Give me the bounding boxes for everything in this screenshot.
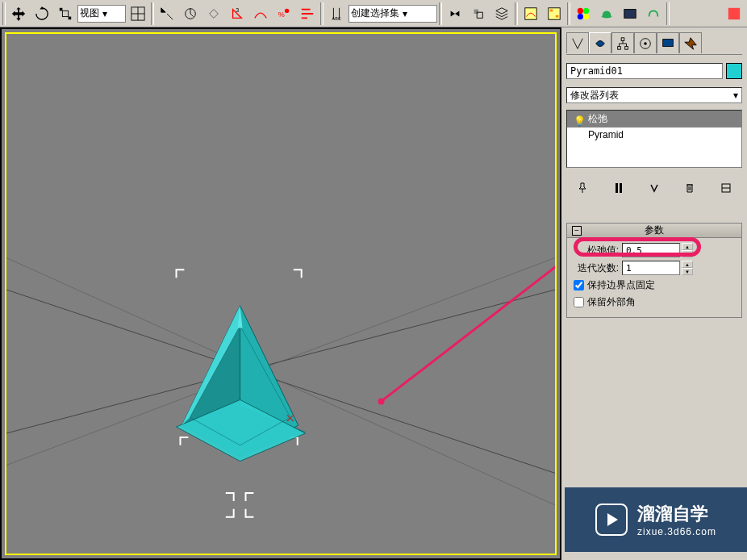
rotate-tool-icon[interactable]: [31, 2, 53, 25]
svg-point-18: [583, 14, 589, 19]
snap-3d-icon[interactable]: [202, 2, 225, 25]
curve-editor-icon[interactable]: [520, 2, 542, 25]
svg-line-34: [382, 250, 555, 402]
iterations-row: 迭代次数: ▲ ▼: [574, 261, 735, 275]
iterations-label: 迭代次数:: [574, 261, 619, 275]
quick-render-icon[interactable]: [642, 2, 665, 25]
divider: [151, 2, 154, 25]
rollout-header[interactable]: − 参数: [567, 224, 741, 238]
render-scene-icon[interactable]: [595, 2, 618, 25]
watermark: 溜溜自学 zixue.3d66.com: [565, 487, 747, 552]
configure-sets-icon[interactable]: [717, 179, 735, 197]
named-selection-sets-icon[interactable]: ABC: [325, 2, 348, 25]
spinner-snap-icon[interactable]: %: [273, 2, 295, 25]
svg-rect-47: [616, 183, 618, 193]
object-name-row: [566, 63, 742, 79]
edit-named-selection-icon[interactable]: [296, 2, 319, 25]
spinner-down-icon[interactable]: ▼: [682, 250, 693, 257]
svg-point-9: [285, 8, 289, 12]
stack-item-label: 松弛: [588, 112, 607, 126]
iterations-input[interactable]: [622, 261, 680, 275]
spinner-up-icon[interactable]: ▲: [682, 243, 693, 250]
object-name-input[interactable]: [566, 63, 723, 79]
checkbox-label: 保持边界点固定: [587, 278, 655, 292]
dropdown-label: 创建选择集: [351, 6, 399, 20]
svg-point-45: [644, 42, 647, 45]
render-frame-icon[interactable]: [619, 2, 641, 25]
divider: [567, 2, 570, 25]
snap-angle-icon[interactable]: 3: [226, 2, 248, 25]
material-editor-icon[interactable]: [572, 2, 595, 25]
svg-rect-0: [62, 10, 68, 16]
remove-modifier-icon[interactable]: [681, 179, 699, 197]
spinner-up-icon[interactable]: ▲: [682, 261, 693, 268]
svg-rect-48: [620, 183, 622, 193]
scale-tool-icon[interactable]: [54, 2, 77, 25]
modifier-stack[interactable]: 💡 松弛 Pyramid: [566, 110, 742, 168]
stack-item-pyramid[interactable]: Pyramid: [567, 127, 741, 142]
svg-point-15: [578, 7, 583, 13]
pivot-center-icon[interactable]: [127, 2, 149, 25]
watermark-text: 溜溜自学 zixue.3d66.com: [637, 502, 716, 537]
svg-line-24: [6, 258, 555, 505]
display-tab-icon[interactable]: [657, 32, 679, 53]
utilities-tab-icon[interactable]: [679, 32, 702, 53]
stack-toolbar: [566, 176, 742, 200]
relax-label: 松弛值:: [574, 244, 619, 257]
watermark-title: 溜溜自学: [637, 502, 716, 526]
align-icon[interactable]: [467, 2, 490, 25]
spinner-down-icon[interactable]: ▼: [682, 268, 693, 275]
chevron-down-icon: ▾: [403, 8, 407, 19]
hierarchy-tab-icon[interactable]: [611, 32, 634, 53]
object-color-swatch[interactable]: [726, 63, 742, 79]
viewport-active[interactable]: [5, 32, 557, 555]
svg-point-17: [578, 14, 583, 19]
motion-tab-icon[interactable]: [634, 32, 657, 53]
layers-icon[interactable]: [490, 2, 513, 25]
named-selection-dropdown[interactable]: 创建选择集 ▾: [348, 5, 437, 23]
viewport[interactable]: [0, 27, 561, 560]
svg-rect-46: [663, 39, 674, 46]
reference-coord-dropdown[interactable]: 视图 ▾: [77, 5, 126, 23]
show-end-result-icon[interactable]: [610, 179, 628, 197]
play-icon: [595, 504, 628, 536]
rollout-body: 松弛值: ▲ ▼ 迭代次数: ▲ ▼: [567, 238, 741, 317]
bulb-icon: 💡: [574, 115, 582, 123]
checkbox-label: 保留外部角: [587, 295, 636, 309]
make-unique-icon[interactable]: [645, 179, 663, 197]
snap-percent-icon[interactable]: [249, 2, 272, 25]
main-area: 修改器列表 ▾ 💡 松弛 Pyramid: [0, 27, 747, 560]
keep-boundary-row: 保持边界点固定: [574, 278, 735, 292]
rollout-title: 参数: [645, 224, 664, 237]
svg-text:%: %: [278, 10, 285, 18]
modify-tab-icon[interactable]: [589, 32, 611, 53]
select-manipulate-icon[interactable]: [156, 2, 178, 25]
create-tab-icon[interactable]: [566, 32, 589, 53]
svg-rect-1: [60, 7, 63, 10]
divider: [439, 2, 442, 25]
svg-rect-13: [550, 9, 553, 11]
keep-outer-corner-checkbox[interactable]: [574, 297, 584, 307]
chevron-down-icon: ▾: [102, 8, 107, 19]
stack-item-relax[interactable]: 💡 松弛: [567, 111, 741, 127]
divider: [2, 2, 6, 25]
relax-value-input[interactable]: [622, 243, 680, 257]
viewport-scene: [6, 34, 555, 554]
keep-outer-corner-row: 保留外部角: [574, 295, 735, 309]
move-tool-icon[interactable]: [7, 2, 30, 25]
svg-rect-37: [621, 37, 624, 40]
mirror-icon[interactable]: [444, 2, 466, 25]
keep-boundary-checkbox[interactable]: [574, 280, 584, 290]
svg-text:3: 3: [236, 6, 239, 14]
collapse-icon[interactable]: −: [572, 226, 582, 236]
spinner-buttons: ▲ ▼: [682, 261, 693, 275]
svg-rect-2: [69, 16, 72, 19]
svg-text:ABC: ABC: [332, 16, 341, 21]
schematic-view-icon[interactable]: [543, 2, 565, 25]
pin-stack-icon[interactable]: [574, 179, 591, 197]
keyboard-shortcut-icon[interactable]: [179, 2, 202, 25]
last-tool-icon[interactable]: [723, 2, 745, 25]
modifier-list-dropdown[interactable]: 修改器列表 ▾: [566, 87, 742, 103]
stack-item-label: Pyramid: [588, 129, 624, 140]
divider: [320, 2, 323, 25]
